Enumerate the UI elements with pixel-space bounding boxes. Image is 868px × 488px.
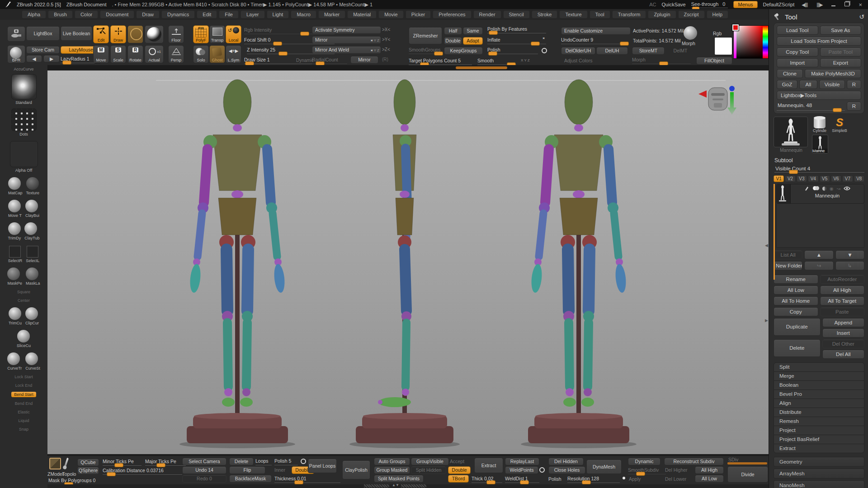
- default-zscript-button[interactable]: DefaultZScript: [763, 2, 795, 7]
- eye-visibility-icon[interactable]: [844, 186, 850, 191]
- claybuildup-brush[interactable]: ClayBui: [25, 200, 39, 218]
- dynamic-subdiv-button[interactable]: Dynamic: [628, 458, 660, 465]
- rgb-mode-label[interactable]: Rgb: [713, 31, 722, 36]
- texture-button[interactable]: Texture: [26, 177, 40, 195]
- subtool-view-tab[interactable]: V1: [774, 175, 784, 182]
- move-to-folder-button[interactable]: ↪: [804, 261, 833, 270]
- subtool-operation-row[interactable]: Boolean: [774, 381, 864, 390]
- list-all-button[interactable]: List All: [774, 250, 802, 259]
- menu-item[interactable]: Macro: [291, 10, 316, 19]
- menu-item[interactable]: Alpha: [22, 10, 46, 19]
- stroke-modifier-label[interactable]: Bend Start: [11, 392, 36, 397]
- uv-map-icon[interactable]: [822, 187, 826, 191]
- delolderuh-button[interactable]: DelOlderUH: [561, 47, 595, 55]
- curvetri-brush[interactable]: CurveTr: [7, 352, 22, 371]
- topology-brush-icon[interactable]: [64, 458, 69, 467]
- weldpoints-toggle[interactable]: [539, 467, 545, 473]
- subtool-operation-row[interactable]: Distribute: [774, 408, 864, 417]
- accept-label[interactable]: Accept: [450, 459, 464, 464]
- auto-groups-button[interactable]: Auto Groups: [374, 458, 410, 465]
- actual-size-button[interactable]: x1 Actual: [145, 45, 164, 63]
- current-material-button[interactable]: [145, 25, 164, 43]
- zremesher-adapt-button[interactable]: Adapt: [463, 37, 483, 45]
- delmt-button[interactable]: DelMT: [665, 47, 695, 55]
- subtool-operation-row[interactable]: Bevel Pro: [774, 390, 864, 399]
- polish-loops-slider[interactable]: Polish 5: [274, 458, 298, 465]
- simple-brush-tool-button[interactable]: SSimpleB: [831, 117, 848, 133]
- window-close-icon[interactable]: ×: [857, 1, 863, 8]
- menu-item[interactable]: Texture: [559, 10, 587, 19]
- del-other-button[interactable]: Del Other: [822, 339, 865, 348]
- mannequin-figure-center[interactable]: [349, 80, 460, 448]
- make-polymesh3d-button[interactable]: Make PolyMesh3D: [805, 69, 861, 78]
- lightbox-tools-button[interactable]: Lightbox▶Tools: [777, 91, 861, 100]
- all-high-button[interactable]: All High: [695, 466, 724, 474]
- selectlasso-brush[interactable]: SelectL: [26, 245, 39, 263]
- extract-button[interactable]: Extract: [474, 458, 503, 473]
- undocounter-slider[interactable]: UndoCounter 9: [561, 37, 628, 44]
- scroll-hatch-right[interactable]: [401, 484, 426, 488]
- qcube-button[interactable]: QCube: [77, 459, 99, 466]
- color-picker[interactable]: [733, 25, 769, 59]
- bpr-render-button[interactable]: BPR: [7, 45, 25, 63]
- menu-item[interactable]: Edit: [197, 10, 217, 19]
- subtool-down-button[interactable]: ▼: [835, 250, 864, 259]
- stroke-modifier-label[interactable]: Bend End: [15, 401, 33, 406]
- masklasso-brush[interactable]: MaskLa: [26, 267, 40, 286]
- zremesher-same-button[interactable]: Same: [463, 27, 483, 35]
- morph-slider[interactable]: Morph: [632, 57, 691, 64]
- goz-all-button[interactable]: All: [799, 80, 817, 89]
- resolution-slider[interactable]: Resolution 128: [567, 476, 620, 483]
- resolution-toggle[interactable]: [623, 477, 625, 479]
- stroke-modifier-label[interactable]: Liquid: [18, 418, 29, 423]
- storemt-button[interactable]: StoreMT: [632, 47, 665, 55]
- close-holes-button[interactable]: Close Holes: [548, 466, 585, 474]
- switch-color-icon[interactable]: [732, 24, 739, 31]
- reconstruct-subdiv-button[interactable]: Reconstruct Subdiv: [664, 458, 724, 465]
- menu-item[interactable]: Layer: [241, 10, 265, 19]
- subtool-view-tab[interactable]: V4: [808, 175, 818, 182]
- rotate-gizmo-button[interactable]: RRotate: [127, 45, 143, 63]
- save-as-button[interactable]: Save As: [820, 26, 862, 35]
- all-low-button[interactable]: All Low: [695, 475, 724, 483]
- deluh-button[interactable]: DelUH: [596, 47, 628, 55]
- local-symmetry-toggle-button[interactable]: ◀+▶ L.Sym: [226, 45, 241, 63]
- viewport[interactable]: ◀ ▶: [47, 70, 769, 454]
- zmodeler-icon[interactable]: [49, 458, 61, 469]
- dynamesh-button[interactable]: DynaMesh: [586, 460, 622, 474]
- scroll-arrows-icon[interactable]: ▲▼: [392, 483, 399, 487]
- dynamesh-polish-label[interactable]: Polish: [548, 476, 561, 482]
- curvestrap-brush[interactable]: CurveSt: [25, 352, 40, 371]
- menu-item[interactable]: Draw: [136, 10, 160, 19]
- mannequin-figure-right[interactable]: [521, 80, 637, 448]
- adjust-colors-button[interactable]: Adjust Colors: [561, 57, 614, 65]
- rename-button[interactable]: Rename: [774, 275, 818, 284]
- subtool-view-tab[interactable]: V6: [831, 175, 841, 182]
- dynamic-mode-label[interactable]: Dynamic: [296, 58, 314, 63]
- menu-item[interactable]: File: [219, 10, 239, 19]
- tool-quickpick-slider[interactable]: Mannequin. 48: [777, 102, 845, 111]
- lightbox-button[interactable]: LightBox: [26, 26, 60, 41]
- undo-button[interactable]: Undo 14: [182, 466, 226, 474]
- subtool-section-header[interactable]: Subtool: [774, 157, 864, 164]
- smoothsubdiv-slider[interactable]: SmoothSubdiv: [628, 467, 666, 474]
- split-hidden-button[interactable]: Split Hidden: [411, 466, 446, 474]
- divider-expand-icon[interactable]: ▶: [765, 318, 768, 323]
- welddist-slider[interactable]: WeldDist 1: [505, 476, 539, 483]
- all-low-button[interactable]: All Low: [774, 286, 818, 295]
- all-to-target-button[interactable]: All To Target: [820, 296, 865, 305]
- store-cam-button[interactable]: Store Cam: [26, 46, 60, 54]
- zremesher-half-button[interactable]: Half: [444, 27, 462, 35]
- redo-button[interactable]: Redo 0: [182, 475, 226, 483]
- subtool-up-button[interactable]: ▲: [804, 250, 833, 259]
- menu-item[interactable]: Movie: [378, 10, 403, 19]
- menu-item[interactable]: Tool: [590, 10, 610, 19]
- major-ticks-slider[interactable]: Major Ticks Pe: [145, 459, 186, 466]
- subtool-view-tab[interactable]: V3: [797, 175, 807, 182]
- projection-master-button[interactable]: [7, 26, 25, 42]
- center-label[interactable]: Center: [18, 298, 30, 303]
- panel-loops-button[interactable]: Panel Loops: [308, 459, 337, 473]
- polish-by-features-slider[interactable]: Polish By Features: [487, 26, 546, 33]
- smooth-slider[interactable]: Smooth: [477, 58, 516, 65]
- polish-slider[interactable]: Polish: [487, 47, 538, 54]
